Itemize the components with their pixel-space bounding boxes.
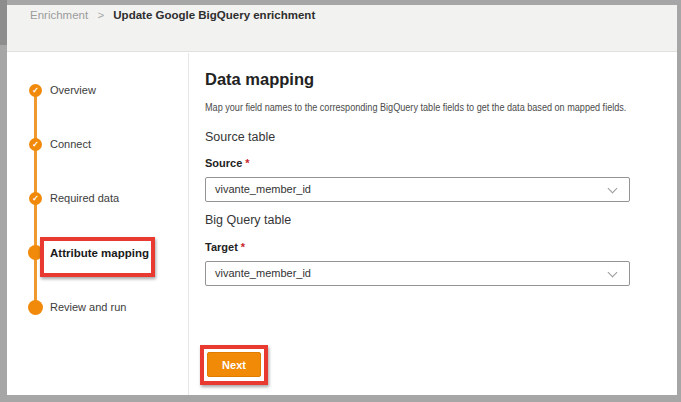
target-select[interactable]: vivante_member_id (205, 261, 630, 286)
step-connect-dot[interactable]: ✓ (29, 138, 42, 151)
step-review-and-run-dot[interactable] (28, 300, 43, 315)
breadcrumb-current: Update Google BigQuery enrichment (113, 9, 315, 21)
sidebar-item-connect[interactable]: Connect (50, 138, 91, 150)
source-field-label: Source* (205, 157, 250, 169)
required-asterisk: * (241, 241, 245, 253)
check-icon: ✓ (32, 195, 39, 203)
sidebar-item-review-and-run[interactable]: Review and run (50, 301, 126, 313)
page-title: Data mapping (205, 70, 314, 89)
required-asterisk: * (245, 157, 249, 169)
screenshot-frame: Enrichment > Update Google BigQuery enri… (0, 0, 681, 402)
sidebar-divider (188, 53, 189, 395)
source-select-value: vivante_member_id (215, 183, 311, 195)
target-label-text: Target (205, 241, 238, 253)
target-select-value: vivante_member_id (215, 267, 311, 279)
target-field-label: Target* (205, 241, 245, 253)
breadcrumb: Enrichment > Update Google BigQuery enri… (30, 9, 315, 21)
highlight-box-attribute-mapping (40, 237, 155, 277)
bigquery-table-heading: Big Query table (205, 213, 291, 227)
breadcrumb-separator-icon: > (97, 9, 104, 21)
check-icon: ✓ (32, 87, 39, 95)
breadcrumb-parent-link[interactable]: Enrichment (30, 9, 88, 21)
sidebar-item-overview[interactable]: Overview (50, 84, 96, 96)
chevron-down-icon (608, 184, 618, 194)
window-edge (0, 0, 7, 45)
source-label-text: Source (205, 157, 242, 169)
source-table-heading: Source table (205, 130, 275, 144)
step-required-data-dot[interactable]: ✓ (29, 192, 42, 205)
page-description: Map your field names to the correspondin… (205, 102, 626, 113)
step-overview-dot[interactable]: ✓ (29, 84, 42, 97)
check-icon: ✓ (32, 141, 39, 149)
sidebar-item-required-data[interactable]: Required data (50, 192, 119, 204)
chevron-down-icon (608, 268, 618, 278)
source-select[interactable]: vivante_member_id (205, 177, 630, 202)
next-button[interactable]: Next (207, 352, 261, 377)
